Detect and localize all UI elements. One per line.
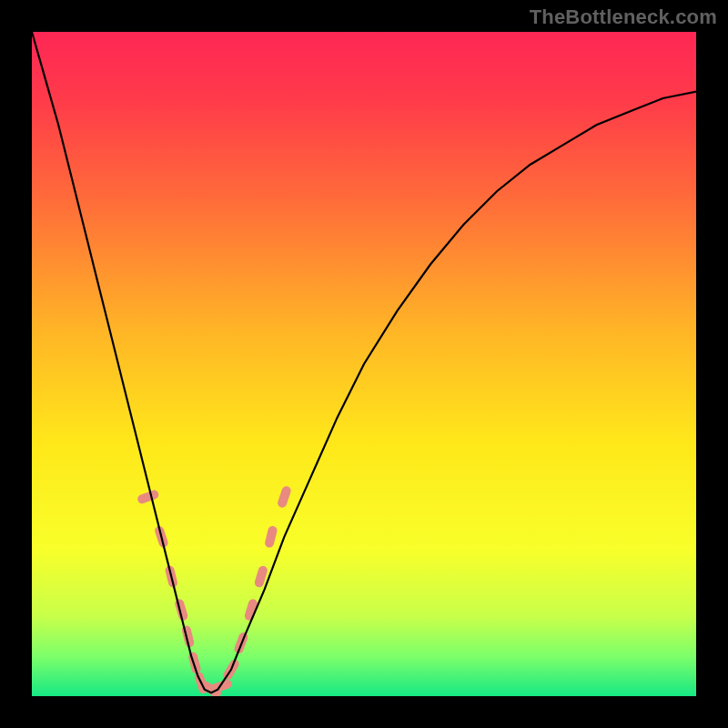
highlight-marker [277, 485, 292, 509]
plot-area [32, 32, 696, 696]
highlight-marker [136, 489, 160, 505]
bottleneck-curve [32, 32, 696, 693]
curve-layer [32, 32, 696, 696]
watermark-text: TheBottleneck.com [530, 5, 717, 29]
highlight-marker [264, 525, 278, 549]
highlight-marker [187, 652, 202, 675]
chart-frame: TheBottleneck.com [0, 0, 728, 728]
highlight-markers [136, 485, 292, 696]
